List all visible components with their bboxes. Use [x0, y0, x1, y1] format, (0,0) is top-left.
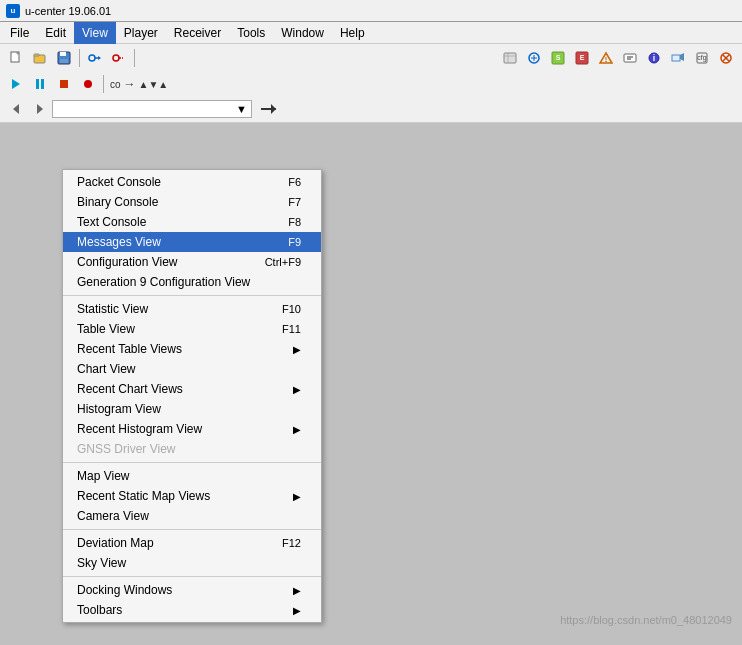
connect-btn[interactable]: [84, 48, 106, 68]
menu-toolbars[interactable]: Toolbars ▶: [63, 600, 321, 620]
menu-bar: File Edit View Player Receiver Tools Win…: [0, 22, 742, 44]
app-icon: u: [6, 4, 20, 18]
menu-configuration-view[interactable]: Configuration View Ctrl+F9: [63, 252, 321, 272]
address-combo[interactable]: ▼: [52, 100, 252, 118]
menu-gnss-driver-view: GNSS Driver View: [63, 439, 321, 459]
toolbar-sep-1: [79, 49, 80, 67]
svg-marker-43: [37, 104, 43, 114]
icon-1[interactable]: [499, 48, 521, 68]
menu-gen9-config-view[interactable]: Generation 9 Configuration View: [63, 272, 321, 292]
svg-text:S: S: [556, 54, 561, 61]
menu-sky-view[interactable]: Sky View: [63, 553, 321, 573]
menu-packet-console[interactable]: Packet Console F6: [63, 172, 321, 192]
svg-marker-37: [12, 79, 20, 89]
toolbar-area: S E i cfg: [0, 44, 742, 123]
icon-6[interactable]: [619, 48, 641, 68]
svg-point-24: [605, 61, 607, 63]
menu-file[interactable]: File: [2, 22, 37, 44]
svg-text:i: i: [653, 53, 656, 63]
menu-recent-histogram-view[interactable]: Recent Histogram View ▶: [63, 419, 321, 439]
menu-recent-chart-views[interactable]: Recent Chart Views ▶: [63, 379, 321, 399]
menu-camera-view[interactable]: Camera View: [63, 506, 321, 526]
pause-btn[interactable]: [29, 74, 51, 94]
menu-edit[interactable]: Edit: [37, 22, 74, 44]
menu-binary-console[interactable]: Binary Console F7: [63, 192, 321, 212]
menu-chart-view[interactable]: Chart View: [63, 359, 321, 379]
menu-messages-view[interactable]: Messages View F9: [63, 232, 321, 252]
combo-arrow-icon: ▼: [236, 103, 247, 115]
file-toolbar: [4, 48, 131, 68]
sep-1: [63, 295, 321, 296]
icon-9[interactable]: cfg: [691, 48, 713, 68]
svg-rect-6: [60, 59, 68, 63]
sep-3: [63, 529, 321, 530]
toolbar-sep-3: [103, 75, 104, 93]
svg-rect-39: [41, 79, 44, 89]
title-bar: u u-center 19.06.01: [0, 0, 742, 22]
menu-map-view[interactable]: Map View: [63, 466, 321, 486]
svg-rect-30: [672, 55, 680, 61]
stop-btn[interactable]: [53, 74, 75, 94]
svg-rect-25: [624, 54, 636, 62]
svg-text:E: E: [580, 54, 585, 61]
menu-help[interactable]: Help: [332, 22, 373, 44]
menu-table-view[interactable]: Table View F11: [63, 319, 321, 339]
go-btn[interactable]: [253, 99, 283, 119]
sep-2: [63, 462, 321, 463]
menu-window[interactable]: Window: [273, 22, 332, 44]
menu-tools[interactable]: Tools: [229, 22, 273, 44]
menu-recent-static-map-views[interactable]: Recent Static Map Views ▶: [63, 486, 321, 506]
open-btn[interactable]: [29, 48, 51, 68]
icon-7[interactable]: i: [643, 48, 665, 68]
menu-player[interactable]: Player: [116, 22, 166, 44]
co-label: co: [107, 79, 124, 90]
save-btn[interactable]: [53, 48, 75, 68]
right-toolbar: S E i cfg: [498, 48, 738, 68]
svg-text:cfg: cfg: [697, 54, 706, 62]
menu-docking-windows[interactable]: Docking Windows ▶: [63, 580, 321, 600]
icon-4[interactable]: E: [571, 48, 593, 68]
svg-marker-31: [680, 53, 684, 61]
toolbar-row-2: co → ▲▼▲: [4, 72, 738, 96]
nav-back-btn[interactable]: [5, 99, 27, 119]
mu-label: ▲▼▲: [136, 79, 172, 90]
toolbar-sep-2: [134, 49, 135, 67]
menu-view[interactable]: View: [74, 22, 116, 44]
menu-statistic-view[interactable]: Statistic View F10: [63, 299, 321, 319]
toolbar-row-1: S E i cfg: [4, 46, 738, 70]
menu-receiver[interactable]: Receiver: [166, 22, 229, 44]
disconnect-btn[interactable]: [108, 48, 130, 68]
icon-10[interactable]: [715, 48, 737, 68]
svg-rect-12: [504, 53, 516, 63]
menu-text-console[interactable]: Text Console F8: [63, 212, 321, 232]
view-dropdown-menu: Packet Console F6 Binary Console F7 Text…: [62, 169, 322, 623]
record-btn[interactable]: [77, 74, 99, 94]
menu-histogram-view[interactable]: Histogram View: [63, 399, 321, 419]
nav-fwd-btn[interactable]: [29, 99, 51, 119]
icon-2[interactable]: [523, 48, 545, 68]
svg-rect-40: [60, 80, 68, 88]
arrow-label: →: [124, 77, 136, 91]
svg-point-10: [113, 55, 119, 61]
menu-recent-table-views[interactable]: Recent Table Views ▶: [63, 339, 321, 359]
new-btn[interactable]: [5, 48, 27, 68]
play-btn[interactable]: [5, 74, 27, 94]
menu-deviation-map[interactable]: Deviation Map F12: [63, 533, 321, 553]
sep-4: [63, 576, 321, 577]
svg-marker-9: [98, 56, 101, 60]
svg-point-7: [89, 55, 95, 61]
main-area: Packet Console F6 Binary Console F7 Text…: [0, 123, 742, 634]
svg-rect-38: [36, 79, 39, 89]
app-title: u-center 19.06.01: [25, 5, 111, 17]
icon-8[interactable]: [667, 48, 689, 68]
svg-point-41: [84, 80, 92, 88]
watermark-text: https://blog.csdn.net/m0_48012049: [560, 614, 732, 626]
svg-marker-42: [13, 104, 19, 114]
toolbar-row-3: ▼: [4, 98, 738, 120]
svg-rect-5: [60, 52, 66, 56]
icon-5[interactable]: [595, 48, 617, 68]
icon-3[interactable]: S: [547, 48, 569, 68]
svg-rect-3: [34, 54, 39, 56]
